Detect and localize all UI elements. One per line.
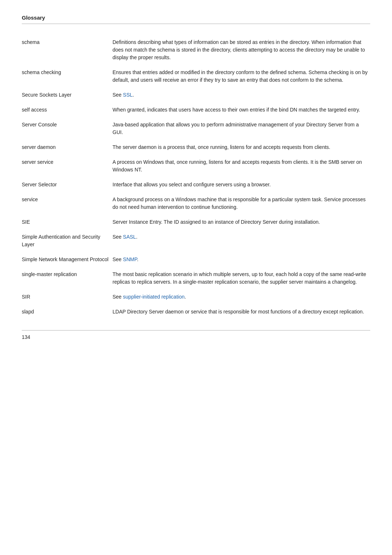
term-cell: self access bbox=[22, 102, 113, 117]
term-cell: SIR bbox=[22, 289, 113, 304]
term-cell: SIE bbox=[22, 215, 113, 230]
table-row: server serviceA process on Windows that,… bbox=[22, 155, 370, 177]
table-row: schemaDefinitions describing what types … bbox=[22, 35, 370, 65]
page: Glossary schemaDefinitions describing wh… bbox=[0, 0, 392, 362]
table-row: SIRSee supplier-initiated replication. bbox=[22, 289, 370, 304]
definition-cell: The most basic replication scenario in w… bbox=[113, 267, 370, 289]
glossary-link[interactable]: SASL bbox=[123, 234, 136, 240]
page-footer: 134 bbox=[22, 330, 370, 340]
definition-cell: See SNMP. bbox=[113, 252, 370, 267]
definition-cell: Server Instance Entry. The ID assigned t… bbox=[113, 215, 370, 230]
table-row: server daemonThe server daemon is a proc… bbox=[22, 140, 370, 155]
definition-cell: Interface that allows you select and con… bbox=[113, 177, 370, 192]
table-row: self accessWhen granted, indicates that … bbox=[22, 102, 370, 117]
term-cell: server service bbox=[22, 155, 113, 177]
term-cell: Simple Authentication and Security Layer bbox=[22, 230, 113, 252]
term-cell: Server Selector bbox=[22, 177, 113, 192]
term-cell: schema bbox=[22, 35, 113, 65]
glossary-link[interactable]: SSL bbox=[123, 92, 132, 98]
definition-cell: A background process on a Windows machin… bbox=[113, 192, 370, 215]
glossary-link[interactable]: SNMP bbox=[123, 256, 137, 262]
term-cell: Secure Sockets Layer bbox=[22, 88, 113, 102]
definition-cell: Ensures that entries added or modified i… bbox=[113, 65, 370, 88]
term-cell: Simple Network Management Protocol bbox=[22, 252, 113, 267]
term-cell: schema checking bbox=[22, 65, 113, 88]
definition-cell: The server daemon is a process that, onc… bbox=[113, 140, 370, 155]
definition-cell: See SSL. bbox=[113, 88, 370, 102]
term-cell: Server Console bbox=[22, 117, 113, 140]
table-row: single-master replicationThe most basic … bbox=[22, 267, 370, 289]
definition-cell: See supplier-initiated replication. bbox=[113, 289, 370, 304]
table-row: SIEServer Instance Entry. The ID assigne… bbox=[22, 215, 370, 230]
page-number: 134 bbox=[22, 334, 30, 340]
glossary-link[interactable]: supplier-initiated replication bbox=[123, 294, 185, 300]
table-row: Simple Authentication and Security Layer… bbox=[22, 230, 370, 252]
table-row: schema checkingEnsures that entries adde… bbox=[22, 65, 370, 88]
definition-cell: Java-based application that allows you t… bbox=[113, 117, 370, 140]
term-cell: single-master replication bbox=[22, 267, 113, 289]
glossary-table: schemaDefinitions describing what types … bbox=[22, 35, 370, 319]
table-row: Server SelectorInterface that allows you… bbox=[22, 177, 370, 192]
definition-cell: LDAP Directory Server daemon or service … bbox=[113, 304, 370, 319]
definition-cell: A process on Windows that, once running,… bbox=[113, 155, 370, 177]
definition-cell: Definitions describing what types of inf… bbox=[113, 35, 370, 65]
definition-cell: See SASL. bbox=[113, 230, 370, 252]
table-row: Secure Sockets LayerSee SSL. bbox=[22, 88, 370, 102]
table-row: serviceA background process on a Windows… bbox=[22, 192, 370, 215]
term-cell: slapd bbox=[22, 304, 113, 319]
page-header: Glossary bbox=[22, 15, 370, 24]
table-row: slapdLDAP Directory Server daemon or ser… bbox=[22, 304, 370, 319]
term-cell: service bbox=[22, 192, 113, 215]
table-row: Server ConsoleJava-based application tha… bbox=[22, 117, 370, 140]
term-cell: server daemon bbox=[22, 140, 113, 155]
table-row: Simple Network Management ProtocolSee SN… bbox=[22, 252, 370, 267]
definition-cell: When granted, indicates that users have … bbox=[113, 102, 370, 117]
page-title: Glossary bbox=[22, 15, 45, 21]
